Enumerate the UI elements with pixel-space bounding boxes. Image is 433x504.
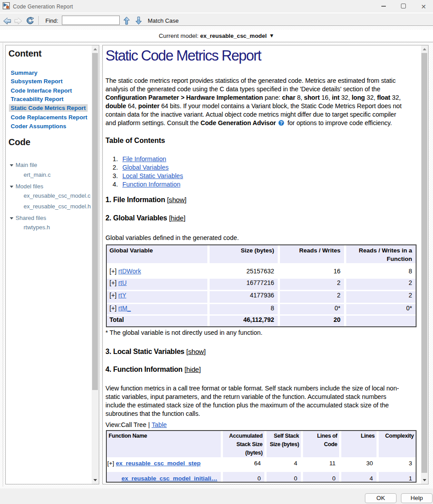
section-heading-function-information: 4. Function Information [hide]	[105, 366, 201, 374]
refresh-button[interactable]	[26, 17, 34, 24]
toggle-hide-global-variables[interactable]: hide	[171, 214, 184, 222]
scroll-down-button[interactable]	[92, 476, 99, 484]
col-size-bytes: Size (bytes)	[210, 245, 280, 265]
sidebar-item-code-replacements-report[interactable]: Code Replacements Report	[11, 114, 87, 121]
tree-collapse-icon[interactable]	[10, 164, 13, 167]
minimize-button[interactable]	[377, 0, 390, 13]
table-row: ex_reusable_csc_model_initiali… 0 0 0 4 …	[107, 472, 416, 482]
workspace: Content Summary Subsystem Report Code In…	[0, 43, 433, 488]
sidebar-item-static-code-metrics-report[interactable]: Static Code Metrics Report	[9, 104, 88, 112]
toolbar-separator	[38, 16, 39, 25]
col-reads-writes-function: Reads / Writes in a Function	[346, 245, 416, 265]
window-title: Code Generation Report	[13, 4, 73, 10]
toc-link-local-static-variables[interactable]: Local Static Variables	[122, 172, 183, 179]
scroll-down-icon	[423, 479, 426, 481]
toggle-show-local-static-variables[interactable]: show	[188, 348, 204, 355]
sidebar-item-subsystem-report[interactable]: Subsystem Report	[11, 78, 63, 85]
app-icon	[3, 2, 10, 9]
find-next-button[interactable]	[135, 16, 142, 25]
report-content: Static Code Metrics Report The static co…	[103, 45, 421, 484]
tree-collapse-icon[interactable]	[10, 186, 13, 188]
help-question-icon[interactable]: ?	[278, 119, 285, 126]
function-table-header-row: Function Name Accumulated Stack Size (by…	[107, 431, 416, 459]
col-self-stack-size: Self Stack Size (bytes)	[267, 431, 303, 459]
col-complexity: Complexity	[379, 431, 416, 459]
tree-group-shared-files[interactable]: Shared files	[10, 215, 46, 221]
scroll-down-button[interactable]	[421, 476, 428, 484]
toc-link-global-variables[interactable]: Global Variables	[122, 164, 169, 171]
table-cell-name: [+] rtU	[107, 279, 210, 291]
col-lines-of-code: Lines of Code	[303, 431, 341, 459]
col-accumulated-stack-size: Accumulated Stack Size (bytes)	[223, 431, 267, 459]
table-row: [+] rtDWork 25157632 16 8	[107, 265, 416, 279]
footer-bar: OK Help	[0, 488, 433, 504]
col-function-name: Function Name	[107, 431, 223, 459]
match-case-label[interactable]: Match Case	[148, 17, 178, 24]
toc-heading: Table of Contents	[105, 137, 165, 145]
toc-item-file-information: 1.File Information	[105, 155, 183, 164]
sidebar-scrollbar[interactable]	[92, 45, 99, 484]
current-model-name[interactable]: ex_reusable_csc_model	[200, 33, 267, 39]
table-total-row: Total 46,112,792 20	[107, 316, 416, 326]
sidebar-item-summary[interactable]: Summary	[11, 69, 37, 76]
tree-file-ert-main-c[interactable]: ert_main.c	[24, 171, 51, 178]
find-previous-button[interactable]	[123, 16, 130, 25]
tree-group-main-file[interactable]: Main file	[10, 162, 37, 168]
toggle-show-file-information[interactable]: show	[169, 196, 184, 203]
scroll-up-button[interactable]	[421, 45, 428, 53]
current-model-prefix: Current model:	[159, 33, 200, 39]
link-rtDWork[interactable]: rtDWork	[118, 268, 141, 275]
toggle-hide-function-information[interactable]: hide	[186, 366, 199, 373]
close-button[interactable]: ✕	[417, 0, 430, 13]
report-scroll-thumb[interactable]	[421, 53, 427, 473]
col-global-variable: Global Variable	[107, 245, 210, 265]
model-dropdown-caret-icon[interactable]: ▼	[269, 33, 274, 39]
tree-collapse-icon[interactable]	[10, 217, 13, 219]
workspace-left-border	[3, 43, 3, 487]
table-row: [+] ex_reusable_csc_model_step 64 4 11 3…	[107, 459, 416, 472]
toolbar: Find: Match Case	[0, 13, 433, 26]
tree-file-model-h[interactable]: ex_reusable_csc_model.h	[24, 203, 91, 210]
tree-file-rtwtypes-h[interactable]: rtwtypes.h	[24, 224, 50, 231]
find-input[interactable]	[62, 16, 120, 25]
tree-file-model-c[interactable]: ex_reusable_csc_model.c	[24, 192, 90, 199]
col-lines: Lines	[341, 431, 379, 459]
view-call-tree-label: View:Call Tree	[105, 421, 146, 428]
section-heading-global-variables: 2. Global Variables [hide]	[105, 214, 185, 222]
maximize-button[interactable]	[397, 0, 410, 13]
view-table-link[interactable]: Table	[152, 421, 167, 428]
ok-button[interactable]: OK	[365, 493, 397, 503]
sidebar-scroll-thumb[interactable]	[92, 53, 98, 390]
sidebar-item-code-interface-report[interactable]: Code Interface Report	[11, 87, 72, 94]
link-rtM[interactable]: rtM_	[118, 305, 131, 312]
table-cell-name: [+] ex_reusable_csc_model_step	[107, 459, 223, 472]
link-model-initialize[interactable]: ex_reusable_csc_model_initiali…	[121, 475, 217, 482]
section-heading-local-static-variables: 3. Local Static Variables [show]	[105, 348, 206, 356]
link-rtU[interactable]: rtU	[118, 279, 127, 286]
sidebar-item-coder-assumptions[interactable]: Coder Assumptions	[11, 123, 66, 130]
back-button[interactable]	[3, 17, 11, 25]
minimize-icon	[381, 6, 386, 7]
code-heading: Code	[8, 137, 30, 147]
help-button[interactable]: Help	[401, 493, 433, 503]
table-cell-name: [+] rtM_	[107, 304, 210, 316]
toc-link-file-information[interactable]: File Information	[122, 155, 166, 163]
report-title: Static Code Metrics Report	[105, 48, 261, 64]
table-cell-name: ex_reusable_csc_model_initiali…	[107, 472, 223, 482]
link-model-step[interactable]: ex_reusable_csc_model_step	[116, 460, 201, 467]
toc-link-function-information[interactable]: Function Information	[122, 181, 180, 188]
tree-group-model-files[interactable]: Model files	[10, 183, 43, 190]
maximize-icon	[401, 4, 406, 8]
report-scrollbar[interactable]	[421, 45, 428, 484]
col-reads-writes: Reads / Writes	[280, 245, 346, 265]
table-row: [+] rtM_ 8 0* 0*	[107, 304, 416, 316]
report-intro: The static code metrics report provides …	[105, 77, 406, 127]
sidebar-item-traceability-report[interactable]: Traceability Report	[11, 96, 64, 102]
scroll-down-icon	[93, 479, 97, 481]
link-rtY[interactable]: rtY	[118, 292, 126, 299]
report-panel: Static Code Metrics Report The static co…	[102, 45, 429, 484]
sidebar-panel: Content Summary Subsystem Report Code In…	[5, 45, 99, 484]
content-heading: Content	[8, 49, 41, 59]
scroll-up-button[interactable]	[92, 45, 99, 53]
forward-button[interactable]	[14, 17, 22, 25]
